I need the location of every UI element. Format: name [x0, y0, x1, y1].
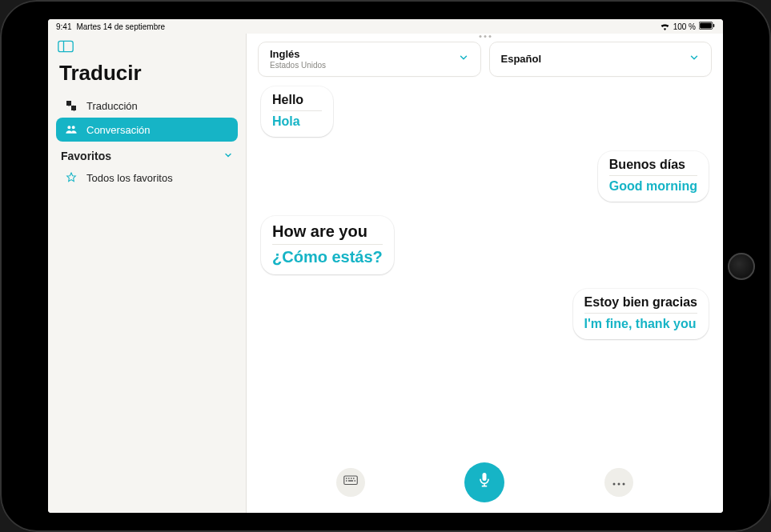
- svg-rect-8: [351, 478, 352, 479]
- sidebar-toggle-icon[interactable]: [58, 40, 238, 56]
- message-bubble[interactable]: How are you ¿Cómo estás?: [261, 216, 394, 274]
- svg-rect-13: [483, 473, 487, 481]
- sidebar: Traducir Traducción Conversación Favorit…: [48, 34, 247, 513]
- svg-rect-3: [58, 41, 73, 51]
- message-translation: Good morning: [609, 179, 697, 194]
- source-language-name: Inglés: [270, 49, 326, 61]
- svg-point-15: [617, 483, 620, 486]
- favorites-item-label: Todos los favoritos: [86, 172, 173, 184]
- keyboard-icon: [343, 475, 358, 490]
- screen: 9:41 Martes 14 de septiembre 100 % Tradu…: [48, 19, 723, 513]
- multitask-dots-icon[interactable]: [479, 34, 491, 38]
- translate-icon: [64, 99, 78, 112]
- content-split: Traducir Traducción Conversación Favorit…: [48, 34, 723, 513]
- favorites-item-all[interactable]: Todos los favoritos: [56, 166, 238, 190]
- svg-rect-12: [355, 480, 356, 482]
- svg-rect-10: [346, 480, 347, 482]
- svg-point-16: [622, 483, 624, 486]
- message-original: Estoy bien gracias: [584, 295, 697, 314]
- svg-point-14: [612, 483, 615, 486]
- ellipsis-icon: [612, 475, 626, 490]
- message-bubble[interactable]: Buenos días Good morning: [598, 151, 709, 202]
- message-translation: I'm fine, thank you: [584, 317, 697, 331]
- bottom-controls: [247, 457, 723, 513]
- source-language-select[interactable]: Inglés Estados Unidos: [258, 42, 481, 77]
- status-bar: 9:41 Martes 14 de septiembre 100 %: [48, 19, 723, 34]
- favorites-section-header[interactable]: Favoritos: [56, 142, 238, 166]
- more-button[interactable]: [604, 468, 633, 497]
- star-icon: [64, 171, 78, 184]
- sidebar-item-label: Traducción: [86, 100, 138, 112]
- status-date: Martes 14 de septiembre: [76, 22, 165, 31]
- message-translation: ¿Cómo estás?: [272, 248, 383, 266]
- svg-rect-9: [353, 478, 355, 479]
- svg-rect-6: [346, 478, 347, 479]
- favorites-header-label: Favoritos: [61, 150, 111, 162]
- language-bar: Inglés Estados Unidos Español: [247, 34, 723, 83]
- page-title: Traducir: [59, 61, 235, 86]
- battery-text: 100 %: [673, 22, 696, 31]
- wifi-icon: [660, 22, 670, 30]
- microphone-icon: [476, 471, 492, 494]
- keyboard-button[interactable]: [336, 468, 365, 497]
- status-time: 9:41: [56, 22, 71, 31]
- sidebar-item-conversation[interactable]: Conversación: [56, 118, 238, 142]
- svg-rect-1: [700, 23, 712, 29]
- message-original: Buenos días: [609, 158, 697, 176]
- main-panel: Inglés Estados Unidos Español: [247, 34, 723, 513]
- message-bubble[interactable]: Estoy bien gracias I'm fine, thank you: [573, 289, 709, 339]
- target-language-select[interactable]: Español: [489, 42, 713, 77]
- svg-rect-7: [348, 478, 350, 479]
- conversation-area: Hello Hola Buenos días Good morning How …: [247, 83, 723, 457]
- battery-icon: [699, 22, 715, 31]
- message-original: How are you: [272, 222, 383, 245]
- chevron-down-icon: [223, 150, 233, 162]
- chevron-down-icon: [689, 52, 700, 66]
- ipad-device-frame: 9:41 Martes 14 de septiembre 100 % Tradu…: [0, 0, 771, 532]
- sidebar-item-translation[interactable]: Traducción: [56, 94, 238, 118]
- message-translation: Hola: [272, 114, 322, 129]
- chevron-down-icon: [458, 52, 469, 66]
- svg-rect-11: [348, 480, 353, 482]
- source-language-sub: Estados Unidos: [270, 61, 326, 70]
- sidebar-item-label: Conversación: [86, 124, 151, 136]
- message-bubble[interactable]: Hello Hola: [261, 86, 333, 137]
- message-original: Hello: [272, 93, 322, 111]
- microphone-button[interactable]: [464, 462, 504, 502]
- svg-rect-2: [713, 24, 715, 27]
- home-button[interactable]: [728, 253, 755, 280]
- target-language-name: Español: [501, 54, 542, 66]
- people-icon: [64, 123, 78, 136]
